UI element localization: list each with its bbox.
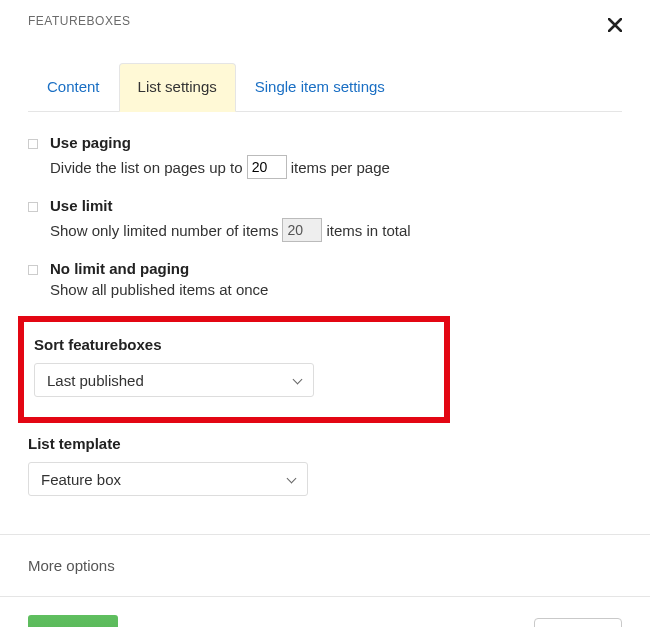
paging-count-input[interactable] (247, 155, 287, 179)
close-button[interactable] (602, 14, 628, 39)
panel-header: FEATUREBOXES (0, 0, 650, 39)
template-select[interactable]: Feature box (28, 462, 308, 496)
option-no-limit[interactable]: No limit and paging Show all published i… (28, 260, 622, 298)
option-use-limit[interactable]: Use limit Show only limited number of it… (28, 197, 622, 242)
use-paging-title: Use paging (50, 134, 622, 151)
radio-icon (28, 265, 38, 275)
no-limit-title: No limit and paging (50, 260, 622, 277)
use-paging-desc: Divide the list on pages up to items per… (50, 155, 622, 179)
tab-content[interactable]: Content (28, 63, 119, 112)
tab-list-settings[interactable]: List settings (119, 63, 236, 112)
form-area: Use paging Divide the list on pages up t… (0, 112, 650, 506)
footer: Save Cancel Advanced (0, 597, 650, 627)
save-button[interactable]: Save (28, 615, 118, 627)
template-label: List template (28, 435, 622, 452)
featureboxes-panel: FEATUREBOXES Content List settings Singl… (0, 0, 650, 627)
template-section: List template Feature box (28, 435, 622, 496)
template-value: Feature box (41, 471, 121, 488)
use-limit-desc: Show only limited number of items items … (50, 218, 622, 242)
close-icon (608, 16, 622, 36)
sort-select[interactable]: Last published (34, 363, 314, 397)
radio-icon (28, 139, 38, 149)
sort-value: Last published (47, 372, 144, 389)
option-use-paging[interactable]: Use paging Divide the list on pages up t… (28, 134, 622, 179)
tabs: Content List settings Single item settin… (28, 63, 622, 112)
advanced-button[interactable]: Advanced (534, 618, 622, 628)
radio-icon (28, 202, 38, 212)
use-limit-title: Use limit (50, 197, 622, 214)
no-limit-desc: Show all published items at once (50, 281, 622, 298)
sort-label: Sort featureboxes (34, 336, 430, 353)
panel-title: FEATUREBOXES (28, 14, 130, 28)
chevron-down-icon (287, 473, 297, 483)
chevron-down-icon (293, 374, 303, 384)
more-options-section[interactable]: More options (0, 534, 650, 597)
sort-highlight: Sort featureboxes Last published (18, 316, 450, 423)
limit-count-input[interactable] (282, 218, 322, 242)
more-options-label: More options (0, 535, 650, 596)
tab-single-item-settings[interactable]: Single item settings (236, 63, 404, 112)
